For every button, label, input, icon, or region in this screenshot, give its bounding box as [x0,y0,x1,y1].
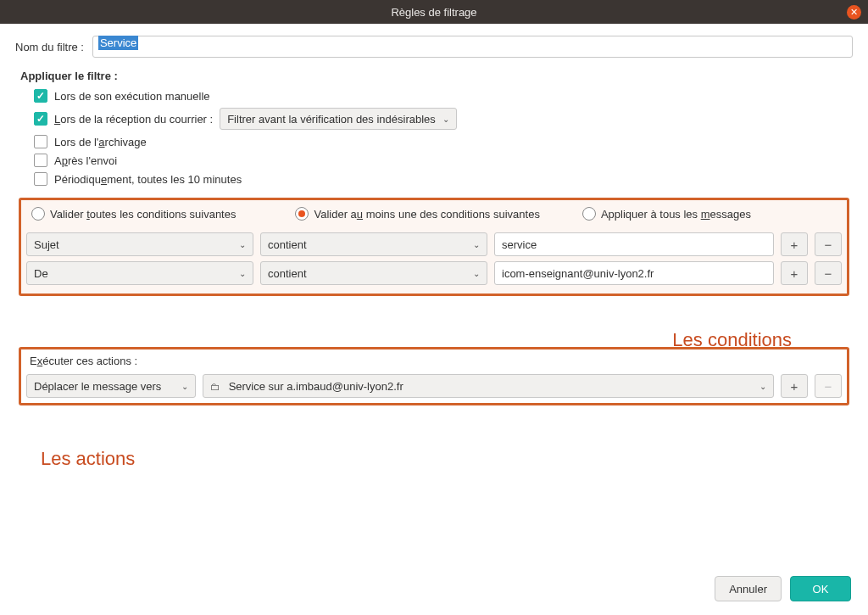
condition-remove-button[interactable]: − [815,261,842,285]
radio-match-all[interactable] [31,207,45,221]
chevron-down-icon: ⌄ [473,269,480,278]
condition-row: De ⌄ contient ⌄ icom-enseignant@univ-lyo… [26,261,842,285]
action-type-select[interactable]: Déplacer le message vers ⌄ [26,374,196,398]
condition-op-value: contient [268,238,307,251]
radio-match-any[interactable] [295,207,309,221]
close-icon: ✕ [850,8,858,17]
chevron-down-icon: ⌄ [760,382,766,391]
checkbox-archive[interactable] [34,135,47,148]
action-type-value: Déplacer le message vers [34,380,161,393]
condition-op-value: contient [268,267,307,280]
cancel-button[interactable]: Annuler [715,576,782,601]
condition-add-button[interactable]: + [781,261,808,285]
close-button[interactable]: ✕ [847,5,861,20]
condition-remove-button[interactable]: − [815,232,842,256]
action-target-content: 🗀 Service sur a.imbaud@univ-lyon2.fr [210,380,403,393]
filter-name-input[interactable]: Service [92,36,853,58]
action-row: Déplacer le message vers ⌄ 🗀 Service sur… [26,374,842,398]
apply-filter-title: Appliquer le filtre : [20,70,853,82]
actions-section: Exécuter ces actions : Déplacer le messa… [19,347,849,405]
reception-timing-dropdown[interactable]: Filtrer avant la vérification des indési… [220,108,457,130]
condition-op-select[interactable]: contient ⌄ [260,232,487,256]
condition-add-button[interactable]: + [781,232,808,256]
filter-name-value: Service [98,36,138,50]
condition-field-select[interactable]: Sujet ⌄ [26,232,253,256]
radio-apply-all-label: Appliquer à tous les messages [601,208,751,221]
condition-field-value: Sujet [34,238,59,251]
checkbox-reception-label: Lors de la réception du courrier : [54,113,213,126]
checkbox-after-send-label: Après l'envoi [54,154,117,167]
condition-value-text: service [502,238,537,251]
condition-op-select[interactable]: contient ⌄ [260,261,487,285]
action-target-value: Service sur a.imbaud@univ-lyon2.fr [229,380,403,393]
condition-value-input[interactable]: service [494,232,774,256]
condition-value-text: icom-enseignant@univ-lyon2.fr [502,267,654,280]
checkbox-after-send[interactable] [34,154,47,167]
window-title: Règles de filtrage [391,6,476,19]
actions-title: Exécuter ces actions : [30,355,838,367]
checkbox-periodic-label: Périodiquement, toutes les 10 minutes [54,173,242,186]
condition-field-value: De [34,267,48,280]
radio-match-any-label: Valider au moins une des conditions suiv… [314,208,539,221]
filter-name-label: Nom du filtre : [15,41,84,53]
checkbox-archive-label: Lors de l'archivage [54,136,147,148]
condition-row: Sujet ⌄ contient ⌄ service + − [26,232,842,256]
chevron-down-icon: ⌄ [442,115,449,124]
condition-field-select[interactable]: De ⌄ [26,261,253,285]
folder-icon: 🗀 [210,381,220,393]
chevron-down-icon: ⌄ [473,240,480,249]
condition-value-input[interactable]: icom-enseignant@univ-lyon2.fr [494,261,774,285]
radio-apply-all[interactable] [582,207,596,221]
chevron-down-icon: ⌄ [181,382,188,391]
action-target-select[interactable]: 🗀 Service sur a.imbaud@univ-lyon2.fr ⌄ [203,374,774,398]
checkbox-manual-label: Lors de son exécution manuelle [54,90,210,103]
ok-button[interactable]: OK [790,576,851,601]
titlebar: Règles de filtrage ✕ [0,0,868,24]
action-add-button[interactable]: + [781,374,808,398]
chevron-down-icon: ⌄ [239,240,246,249]
checkbox-periodic[interactable] [34,172,47,186]
conditions-section: Valider toutes les conditions suivantes … [19,198,849,296]
chevron-down-icon: ⌄ [239,269,246,278]
annotation-actions: Les actions [41,448,135,470]
checkbox-manual[interactable] [34,89,47,103]
action-remove-button: − [815,374,842,398]
reception-timing-value: Filtrer avant la vérification des indési… [227,113,436,126]
checkbox-reception[interactable] [34,112,47,126]
radio-match-all-label: Valider toutes les conditions suivantes [50,208,236,221]
